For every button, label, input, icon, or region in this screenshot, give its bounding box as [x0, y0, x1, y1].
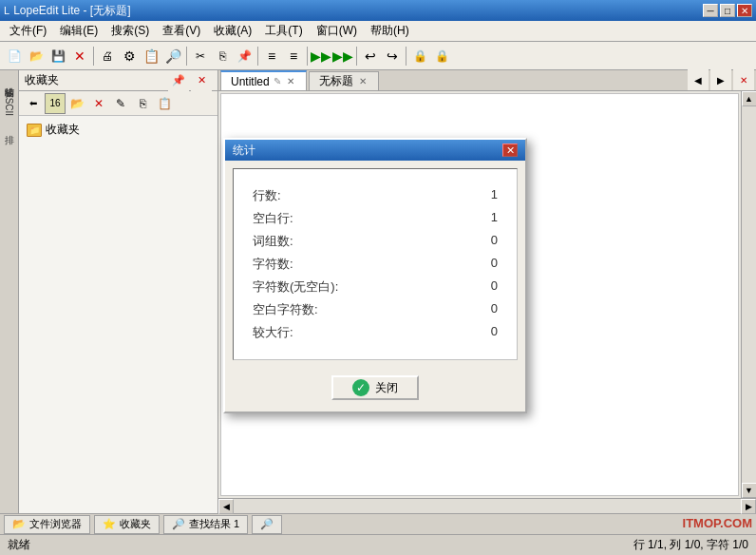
stat-label-2: 词组数: — [253, 233, 293, 250]
dialog-close-button[interactable]: ✕ — [502, 144, 518, 157]
stat-value-2: 0 — [469, 233, 498, 250]
stat-row-3: 字符数: 0 — [253, 253, 498, 276]
stat-row-4: 字符数(无空白): 0 — [253, 276, 498, 298]
dialog-title-bar: 统计 ✕ — [225, 140, 525, 161]
stat-row-6: 较大行: 0 — [253, 321, 498, 344]
stat-label-5: 空白字符数: — [253, 301, 318, 318]
close-btn-label: 关闭 — [375, 380, 398, 396]
dialog-close-btn[interactable]: ✓ 关闭 — [331, 375, 419, 400]
stat-value-4: 0 — [469, 278, 498, 296]
stat-value-6: 0 — [469, 324, 498, 341]
statistics-dialog: 统计 ✕ 行数: 1 空白行: 1 词组数: 0 字符数: 0 字符数(无空白)… — [223, 138, 527, 413]
stat-value-3: 0 — [469, 256, 498, 273]
stat-value-1: 1 — [469, 210, 498, 227]
stat-value-5: 0 — [469, 301, 498, 318]
stat-label-4: 字符数(无空白): — [253, 278, 338, 296]
stat-row-2: 词组数: 0 — [253, 230, 498, 253]
dialog-title-text: 统计 — [233, 143, 255, 159]
dialog-footer: ✓ 关闭 — [225, 368, 525, 411]
dialog-overlay: 统计 ✕ 行数: 1 空白行: 1 词组数: 0 字符数: 0 字符数(无空白)… — [0, 0, 756, 555]
check-icon: ✓ — [352, 379, 369, 396]
stat-row-5: 空白字符数: 0 — [253, 298, 498, 321]
stat-label-1: 空白行: — [253, 210, 293, 227]
stat-label-6: 较大行: — [253, 324, 293, 341]
stat-label-3: 字符数: — [253, 256, 293, 273]
stat-label-0: 行数: — [253, 187, 281, 204]
dialog-body: 行数: 1 空白行: 1 词组数: 0 字符数: 0 字符数(无空白): 0 空… — [233, 168, 518, 360]
stat-row-0: 行数: 1 — [253, 184, 498, 207]
stat-row-1: 空白行: 1 — [253, 207, 498, 230]
stat-value-0: 1 — [469, 187, 498, 204]
